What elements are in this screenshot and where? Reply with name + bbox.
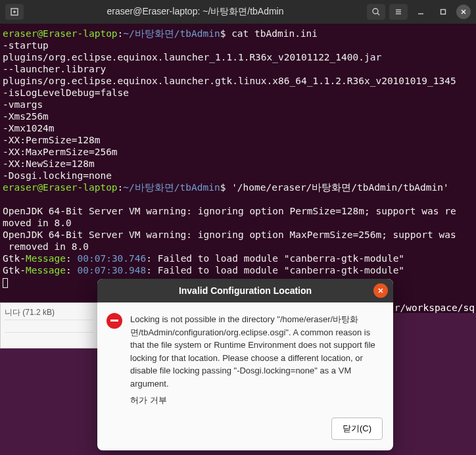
svg-line-4 bbox=[377, 13, 379, 15]
window-titlebar: eraser@Eraser-laptop: ~/바탕화면/tbAdmin bbox=[0, 0, 476, 24]
maximize-button[interactable] bbox=[434, 4, 452, 20]
dialog-title: Invalid Configuration Location bbox=[179, 285, 312, 296]
close-button[interactable] bbox=[456, 5, 471, 19]
minimize-button[interactable] bbox=[412, 4, 430, 20]
dialog-titlebar: Invalid Configuration Location bbox=[97, 279, 393, 302]
command-1: cat tbAdmin.ini bbox=[231, 28, 318, 39]
new-tab-button[interactable] bbox=[5, 4, 24, 20]
terminal-output[interactable]: eraser@Eraser-laptop:~/바탕화면/tbAdmin$ cat… bbox=[0, 24, 476, 306]
background-terminal-fragment: r/workspace/sq bbox=[393, 302, 476, 313]
menu-button[interactable] bbox=[389, 4, 408, 20]
file-size-label: 니다 (71.2 kB) bbox=[5, 306, 94, 320]
terminal-cursor bbox=[3, 278, 8, 288]
dialog-message: Locking is not possible in the directory… bbox=[130, 313, 380, 390]
svg-point-3 bbox=[373, 9, 378, 14]
window-title: eraser@Eraser-laptop: ~/바탕화면/tbAdmin bbox=[29, 6, 362, 18]
svg-rect-9 bbox=[441, 10, 446, 14]
prompt-path-1: ~/바탕화면 bbox=[123, 28, 174, 39]
error-icon bbox=[107, 313, 122, 329]
dialog-permission-denied: 허가 거부 bbox=[130, 394, 380, 407]
command-2: '/home/eraser/바탕화면/tbAdmin/tbAdmin' bbox=[231, 182, 449, 193]
error-dialog: Invalid Configuration Location Locking i… bbox=[97, 279, 393, 450]
search-button[interactable] bbox=[367, 4, 385, 20]
background-file-panel: 니다 (71.2 kB) bbox=[0, 302, 99, 348]
prompt-user: eraser@Eraser-laptop bbox=[3, 28, 118, 39]
dialog-ok-button[interactable]: 닫기(C) bbox=[331, 418, 383, 440]
prompt-path-2: /tbAdmin bbox=[174, 28, 220, 39]
dialog-close-button[interactable] bbox=[373, 283, 388, 298]
